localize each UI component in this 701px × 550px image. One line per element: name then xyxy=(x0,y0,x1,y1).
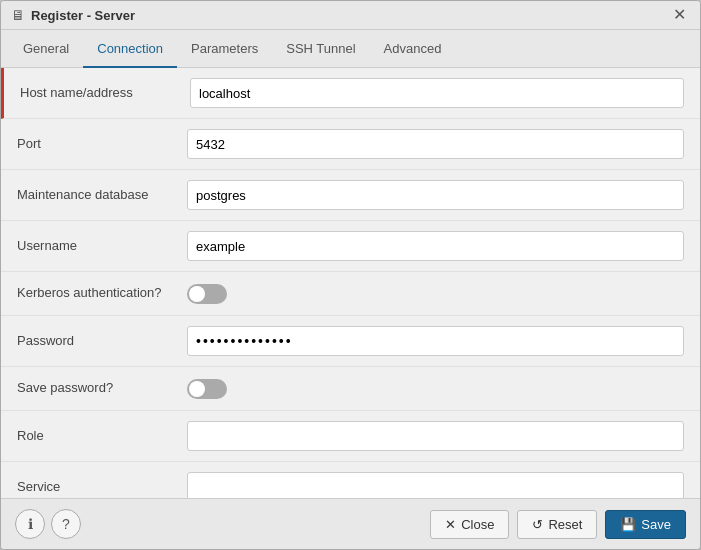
reset-label: Reset xyxy=(548,517,582,532)
window-close-button[interactable]: ✕ xyxy=(669,7,690,23)
password-input[interactable] xyxy=(187,326,684,356)
username-label: Username xyxy=(17,238,187,255)
tab-parameters[interactable]: Parameters xyxy=(177,31,272,68)
footer-right: ✕ Close ↺ Reset 💾 Save xyxy=(430,510,686,539)
kerberos-toggle[interactable] xyxy=(187,284,227,304)
tab-general[interactable]: General xyxy=(9,31,83,68)
help-icon: ? xyxy=(62,516,70,532)
help-button[interactable]: ? xyxy=(51,509,81,539)
port-input[interactable] xyxy=(187,129,684,159)
port-label: Port xyxy=(17,136,187,153)
save-password-toggle[interactable] xyxy=(187,379,227,399)
role-label: Role xyxy=(17,428,187,445)
role-row: Role xyxy=(1,411,700,462)
title-bar-left: 🖥 Register - Server xyxy=(11,7,135,23)
dialog-footer: ℹ ? ✕ Close ↺ Reset 💾 Save xyxy=(1,498,700,549)
password-label: Password xyxy=(17,333,187,350)
username-row: Username xyxy=(1,221,700,272)
role-input[interactable] xyxy=(187,421,684,451)
tab-ssh-tunnel[interactable]: SSH Tunnel xyxy=(272,31,369,68)
kerberos-row: Kerberos authentication? xyxy=(1,272,700,316)
tab-advanced[interactable]: Advanced xyxy=(370,31,456,68)
password-row: Password xyxy=(1,316,700,367)
host-row: Host name/address xyxy=(1,68,700,119)
service-input[interactable] xyxy=(187,472,684,498)
save-icon: 💾 xyxy=(620,517,636,532)
dialog-icon: 🖥 xyxy=(11,7,25,23)
tab-connection[interactable]: Connection xyxy=(83,31,177,68)
reset-button[interactable]: ↺ Reset xyxy=(517,510,597,539)
maintenance-db-label: Maintenance database xyxy=(17,187,187,204)
save-label: Save xyxy=(641,517,671,532)
save-button[interactable]: 💾 Save xyxy=(605,510,686,539)
register-server-dialog: 🖥 Register - Server ✕ General Connection… xyxy=(0,0,701,550)
footer-left: ℹ ? xyxy=(15,509,81,539)
kerberos-slider xyxy=(187,284,227,304)
title-bar: 🖥 Register - Server ✕ xyxy=(1,1,700,30)
reset-icon: ↺ xyxy=(532,517,543,532)
service-label: Service xyxy=(17,479,187,496)
host-input[interactable] xyxy=(190,78,684,108)
info-icon: ℹ xyxy=(28,516,33,532)
username-input[interactable] xyxy=(187,231,684,261)
form-content: Host name/address Port Maintenance datab… xyxy=(1,68,700,498)
save-password-label: Save password? xyxy=(17,380,187,397)
port-row: Port xyxy=(1,119,700,170)
info-button[interactable]: ℹ xyxy=(15,509,45,539)
kerberos-label: Kerberos authentication? xyxy=(17,285,187,302)
maintenance-db-row: Maintenance database xyxy=(1,170,700,221)
save-password-row: Save password? xyxy=(1,367,700,411)
save-password-slider xyxy=(187,379,227,399)
tab-bar: General Connection Parameters SSH Tunnel… xyxy=(1,30,700,68)
service-row: Service xyxy=(1,462,700,498)
maintenance-db-input[interactable] xyxy=(187,180,684,210)
host-label: Host name/address xyxy=(20,85,190,102)
close-button[interactable]: ✕ Close xyxy=(430,510,509,539)
close-label: Close xyxy=(461,517,494,532)
close-icon: ✕ xyxy=(445,517,456,532)
dialog-title: Register - Server xyxy=(31,8,135,23)
